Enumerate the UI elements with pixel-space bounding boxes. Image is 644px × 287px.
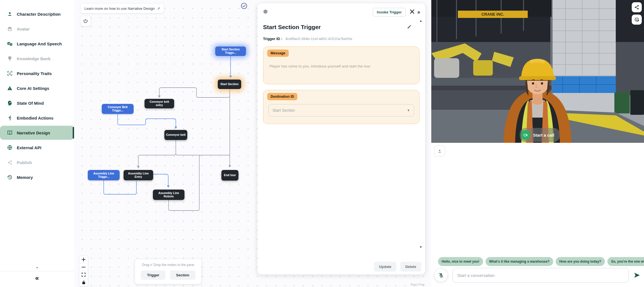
- node-drag-panel: Drag n' Drop the nodes to the pane Trigg…: [135, 259, 201, 284]
- chevron-down-icon: ▼: [407, 109, 410, 112]
- close-icon[interactable]: [410, 9, 415, 15]
- flow-node-start-section[interactable]: Start Section: [218, 80, 241, 89]
- sidebar-item-personality-traits[interactable]: Personality Traits: [0, 66, 74, 80]
- flow-node-assembly-line-trigger[interactable]: Assembly Line Trigge...: [88, 170, 120, 180]
- sidebar-item-language-and-speech[interactable]: AZLanguage And Speech: [0, 37, 74, 51]
- sidebar-scroll-chevron-icon[interactable]: ⌄: [0, 263, 74, 271]
- chat-input-row: [431, 268, 641, 283]
- power-button[interactable]: [80, 16, 91, 26]
- zoom-in-button[interactable]: [79, 256, 88, 263]
- sidebar-bottom: ⌄ «: [0, 263, 74, 287]
- bulb-icon: [7, 55, 13, 62]
- react-flow-attribution[interactable]: React Flow: [411, 283, 425, 286]
- node-label: Conveyor Belt Trigge...: [103, 106, 132, 112]
- video-camera-icon: [521, 130, 530, 140]
- sidebar-collapse-button[interactable]: «: [0, 271, 74, 287]
- scroll-down-icon[interactable]: ▼: [419, 245, 422, 249]
- sidebar-item-embodied-actions[interactable]: Embodied Actions: [0, 111, 74, 125]
- face-scan-icon: [7, 70, 13, 76]
- update-button[interactable]: Update: [374, 262, 396, 272]
- flow-node-conveyor-belt[interactable]: Conveyor belt: [164, 130, 187, 140]
- destination-field-card: Destination ID Start Section ▼: [263, 90, 420, 124]
- drag-node-section[interactable]: Section: [170, 270, 195, 280]
- sidebar-item-core-ai-settings[interactable]: Core AI Settings: [0, 81, 74, 95]
- suggestion-chip[interactable]: Hello, nice to meet you!: [438, 257, 483, 266]
- panel-title: Start Section Trigger: [263, 24, 321, 31]
- flow-node-conveyor-belt-trigger[interactable]: Conveyor Belt Trigge...: [102, 104, 134, 114]
- sidebar-item-character-description[interactable]: Character Description: [0, 7, 74, 21]
- lock-button[interactable]: [79, 279, 88, 286]
- sidebar-item-state-of-mind[interactable]: State Of Mind: [0, 96, 74, 110]
- external-link-icon: ↗: [157, 6, 160, 11]
- edit-pencil-icon[interactable]: [407, 24, 412, 30]
- history-icon: [7, 174, 13, 180]
- sidebar-item-label: Embodied Actions: [17, 116, 53, 120]
- flow-node-end-tour[interactable]: End tour: [221, 170, 238, 181]
- translate-icon: AZ: [7, 41, 13, 47]
- flow-node-assembly-line-robots[interactable]: Assembly Line Robots: [153, 190, 184, 200]
- book-icon: [7, 130, 13, 136]
- app-root: Character DescriptionAvatarAZLanguage An…: [0, 0, 644, 287]
- sidebar-item-label: Personality Traits: [17, 71, 52, 76]
- delete-button[interactable]: Delete: [400, 262, 421, 272]
- message-badge: Message: [267, 50, 289, 57]
- avatar-stage: CRANE INC.: [431, 0, 644, 287]
- sidebar-item-knowledge-bank[interactable]: Knowledge Bank: [0, 52, 74, 66]
- scroll-up-icon[interactable]: ▲: [419, 19, 422, 22]
- sidebar-item-narrative-design[interactable]: Narrative Design: [0, 126, 74, 140]
- node-label: Conveyor belt entry: [146, 100, 172, 107]
- share-icon[interactable]: [632, 2, 642, 12]
- suggestion-chips: Hello, nice to meet you!What's it like m…: [438, 257, 644, 266]
- sidebar-item-label: Avatar: [17, 27, 30, 31]
- node-label: Assembly Line Robots: [155, 192, 183, 198]
- share-icon: [7, 159, 13, 165]
- message-field-card: Message Player has come to you, introduc…: [263, 46, 420, 84]
- collapse-panel-icon[interactable]: »: [417, 9, 420, 15]
- message-input[interactable]: Player has come to you, introduce yourse…: [269, 64, 413, 68]
- sidebar-item-label: Knowledge Bank: [17, 56, 51, 61]
- start-call-button[interactable]: Start a call: [520, 128, 560, 142]
- edit-emotion-icon[interactable]: [632, 15, 642, 25]
- sidebar-item-label: Character Description: [17, 12, 61, 17]
- start-call-label: Start a call: [533, 133, 554, 137]
- sidebar-item-label: Core AI Settings: [17, 86, 49, 91]
- drag-node-trigger[interactable]: Trigger: [141, 270, 165, 280]
- sidebar-item-label: External API: [17, 145, 41, 150]
- fit-view-button[interactable]: [79, 271, 88, 279]
- sidebar-item-external-api[interactable]: External API: [0, 141, 74, 155]
- head-icon: [7, 100, 13, 106]
- gear-icon[interactable]: [263, 9, 268, 15]
- suggestion-chip[interactable]: So, you're the one who shows new hires a…: [607, 257, 644, 266]
- runner-icon: [7, 115, 13, 121]
- sidebar-item-label: Narrative Design: [17, 130, 50, 135]
- sidebar-item-publish[interactable]: Publish: [0, 155, 74, 169]
- person-icon: [7, 11, 13, 17]
- invoke-trigger-button[interactable]: Invoke Trigger: [373, 8, 406, 17]
- sidebar-item-label: State Of Mind: [17, 101, 44, 106]
- suggestion-chip[interactable]: What's it like managing a warehouse?: [486, 257, 553, 266]
- flow-node-start-section-trigger[interactable]: Start Section Trigge...: [215, 46, 246, 56]
- avatar-profile-button[interactable]: [434, 146, 445, 157]
- sidebar-item-memory[interactable]: Memory: [0, 170, 74, 184]
- flow-node-assembly-line-entry[interactable]: Assembly Line Entry: [124, 170, 153, 180]
- sidebar-item-label: Memory: [17, 175, 33, 180]
- warning-triangle-icon: [7, 85, 13, 91]
- trigger-id-value: 8cd9fac0-384b-11ef-a852-42010a7be00e: [285, 37, 352, 41]
- sidebar-item-avatar[interactable]: Avatar: [0, 22, 74, 36]
- node-label: Assembly Line Entry: [125, 172, 151, 178]
- check-circle-icon[interactable]: [240, 2, 248, 10]
- destination-select[interactable]: Start Section ▼: [268, 104, 414, 116]
- suggestion-chip[interactable]: How are you doing today?: [556, 257, 605, 266]
- canvas-controls: [79, 256, 88, 286]
- flow-node-conveyor-belt-entry[interactable]: Conveyor belt entry: [145, 99, 174, 108]
- microphone-muted-icon[interactable]: [435, 269, 448, 282]
- zoom-out-button[interactable]: [79, 263, 88, 271]
- drag-panel-title: Drag n' Drop the nodes to the pane: [142, 263, 194, 267]
- learn-more-banner[interactable]: Learn more on how to use Narrative Desig…: [80, 4, 164, 13]
- sidebar-items: Character DescriptionAvatarAZLanguage An…: [0, 0, 74, 184]
- send-icon[interactable]: [633, 272, 641, 279]
- conversation-input[interactable]: [453, 268, 629, 283]
- node-label: Conveyor belt: [166, 133, 186, 137]
- svg-text:CRANE INC.: CRANE INC.: [481, 12, 504, 17]
- node-label: Start Section: [221, 83, 239, 86]
